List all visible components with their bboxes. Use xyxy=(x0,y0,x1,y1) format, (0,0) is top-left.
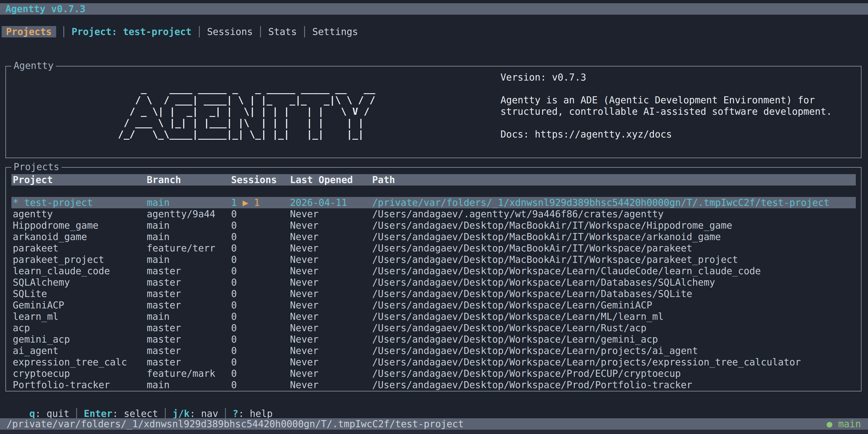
cell-last-opened: Never xyxy=(290,277,318,288)
git-branch-indicator: ● main xyxy=(827,418,861,430)
cell-branch: main xyxy=(147,220,169,231)
cell-project: Portfolio-tracker xyxy=(13,379,110,391)
cell-project: SQLAlchemy xyxy=(13,277,70,288)
cell-sessions: 1 ▶ 1 xyxy=(231,197,259,208)
cell-sessions: 0 xyxy=(231,208,237,220)
cell-branch: master xyxy=(147,322,181,334)
table-row[interactable]: expression_tree_calcmaster0Never/Users/a… xyxy=(11,356,856,368)
tab-stats[interactable]: Stats xyxy=(268,26,297,37)
cell-branch: master xyxy=(147,277,181,288)
tab-project-test-project[interactable]: Project: test-project xyxy=(72,26,192,37)
cell-path: /Users/andagaev/Desktop/Workspace/Learn/… xyxy=(372,265,761,277)
cell-project: SQLite xyxy=(13,288,47,300)
table-row[interactable]: ai_agentmaster0Never/Users/andagaev/Desk… xyxy=(11,345,856,356)
tab-bar: Projects │ Project: test-project │ Sessi… xyxy=(2,26,358,37)
table-row[interactable]: learn_claude_codemaster0Never/Users/anda… xyxy=(11,265,856,277)
table-row[interactable]: Portfolio-trackermain0Never/Users/andaga… xyxy=(11,379,856,391)
cell-sessions: 0 xyxy=(231,322,237,334)
help-key-select: Enter xyxy=(84,408,112,419)
cell-branch: master xyxy=(147,334,181,345)
cell-project: parakeet xyxy=(13,243,59,254)
cell-path: /Users/andagaev/Desktop/Workspace/Learn/… xyxy=(372,322,646,334)
table-row[interactable]: SQLitemaster0Never/Users/andagaev/Deskto… xyxy=(11,288,856,300)
help-action-select: : select xyxy=(112,408,158,419)
tab-separator: │ xyxy=(302,26,307,37)
column-header-sessions: Sessions xyxy=(231,174,277,186)
table-row[interactable]: parakeetfeature/terr0Never/Users/andagae… xyxy=(11,243,856,254)
agentty-terminal: Agentty v0.7.3 Projects │ Project: test-… xyxy=(0,0,868,434)
version-label: Version: v0.7.3 xyxy=(500,72,586,83)
bottom-strip xyxy=(0,430,868,434)
column-header-last-opened: Last Opened xyxy=(290,174,353,186)
cell-last-opened: Never xyxy=(290,254,318,265)
table-row[interactable]: learn_mlmain0Never/Users/andagaev/Deskto… xyxy=(11,311,856,322)
cell-path: /Users/andagaev/.agentty/wt/9a446f86/cra… xyxy=(372,208,664,220)
table-row[interactable]: SQLAlchemymaster0Never/Users/andagaev/De… xyxy=(11,277,856,288)
help-key-quit: q xyxy=(29,408,35,419)
cell-branch: main xyxy=(147,231,169,243)
tab-settings[interactable]: Settings xyxy=(312,26,358,37)
cell-sessions: 0 xyxy=(231,311,237,322)
table-row[interactable]: cryptoecupfeature/mark0Never/Users/andag… xyxy=(11,368,856,379)
help-separator: │ xyxy=(162,408,168,419)
cell-branch: main xyxy=(147,311,169,322)
cell-last-opened: Never xyxy=(290,311,318,322)
cell-path: /Users/andagaev/Desktop/Workspace/Learn/… xyxy=(372,356,801,368)
projects-box-title: Projects xyxy=(11,161,62,173)
cell-last-opened: Never xyxy=(290,345,318,356)
table-row[interactable]: acpmaster0Never/Users/andagaev/Desktop/W… xyxy=(11,322,856,334)
cell-last-opened: Never xyxy=(290,208,318,220)
cell-branch: main xyxy=(147,197,169,208)
projects-table-rows: agenttyagentty/9a440Never/Users/andagaev… xyxy=(11,208,856,391)
cell-sessions: 0 xyxy=(231,334,237,345)
table-row[interactable]: GeminiACPmaster0Never/Users/andagaev/Des… xyxy=(11,300,856,311)
cell-project: agentty xyxy=(13,208,53,220)
cell-path: /Users/andagaev/Desktop/Workspace/Learn/… xyxy=(372,288,692,300)
tab-projects[interactable]: Projects xyxy=(2,26,56,37)
branch-name: main xyxy=(838,418,861,429)
table-row[interactable]: Hippodrome_gamemain0Never/Users/andagaev… xyxy=(11,220,856,231)
table-row-selected[interactable]: * test-project main 1 ▶ 1 2026-04-11 /pr… xyxy=(11,197,856,208)
tab-sessions[interactable]: Sessions xyxy=(207,26,253,37)
cell-branch: master xyxy=(147,288,181,300)
cell-branch: agentty/9a44 xyxy=(147,208,215,220)
cell-last-opened: Never xyxy=(290,288,318,300)
cell-path: /Users/andagaev/Desktop/Workspace/Prod/P… xyxy=(372,379,692,391)
cell-project: gemini_acp xyxy=(13,334,70,345)
cell-path: /private/var/folders/_1/xdnwsnl929d389bh… xyxy=(372,197,830,208)
sessions-total-count: 1 xyxy=(254,197,259,208)
cell-last-opened: Never xyxy=(290,356,318,368)
tab-separator: │ xyxy=(196,26,202,37)
cell-last-opened: Never xyxy=(290,368,318,379)
cell-branch: master xyxy=(147,345,181,356)
cell-project: parakeet_project xyxy=(13,254,104,265)
sessions-arrow-icon: ▶ xyxy=(243,197,248,208)
cell-last-opened: Never xyxy=(290,300,318,311)
table-row[interactable]: agenttyagentty/9a440Never/Users/andagaev… xyxy=(11,208,856,220)
table-row[interactable]: gemini_acpmaster0Never/Users/andagaev/De… xyxy=(11,334,856,345)
cell-project: acp xyxy=(13,322,30,334)
cell-path: /Users/andagaev/Desktop/MacBookAir/IT/Wo… xyxy=(372,231,721,243)
table-row[interactable]: arkanoid_gamemain0Never/Users/andagaev/D… xyxy=(11,231,856,243)
cell-last-opened: Never xyxy=(290,231,318,243)
cell-project: learn_ml xyxy=(13,311,59,322)
cell-project: arkanoid_game xyxy=(13,231,87,243)
docs-link[interactable]: Docs: https://agentty.xyz/docs xyxy=(500,129,672,140)
cell-sessions: 0 xyxy=(231,345,237,356)
help-action-help: : help xyxy=(239,408,273,419)
cell-path: /Users/andagaev/Desktop/MacBookAir/IT/Wo… xyxy=(372,243,692,254)
cell-path: /Users/andagaev/Desktop/Workspace/Learn/… xyxy=(372,277,715,288)
column-header-project: Project xyxy=(13,174,53,186)
cell-sessions: 0 xyxy=(231,220,237,231)
cell-path: /Users/andagaev/Desktop/Workspace/Learn/… xyxy=(372,345,698,356)
status-bar: /private/var/folders/_1/xdnwsnl929d389bh… xyxy=(0,418,868,430)
cell-project: Hippodrome_game xyxy=(13,220,98,231)
table-row[interactable]: parakeet_projectmain0Never/Users/andagae… xyxy=(11,254,856,265)
app-title: Agentty v0.7.3 xyxy=(5,3,86,14)
cell-sessions: 0 xyxy=(231,231,237,243)
cell-branch: master xyxy=(147,265,181,277)
cell-path: /Users/andagaev/Desktop/Workspace/Learn/… xyxy=(372,334,658,345)
status-path: /private/var/folders/_1/xdnwsnl929d389bh… xyxy=(6,418,464,430)
cell-branch: master xyxy=(147,356,181,368)
help-key-nav: j/k xyxy=(173,408,190,419)
